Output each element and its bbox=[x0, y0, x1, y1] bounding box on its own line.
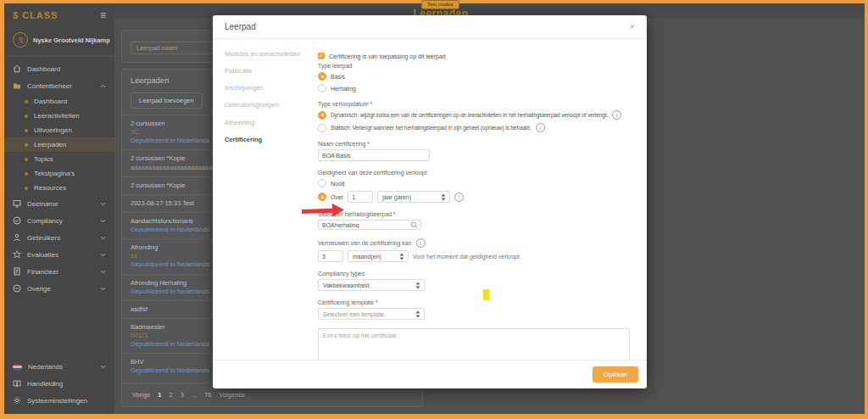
vernieuwen-eenheid-select[interactable]: maand(en) bbox=[348, 250, 409, 262]
certificering-template-value: Selecteer een template bbox=[323, 311, 384, 317]
sidebar-subitem-topics[interactable]: Topics bbox=[4, 152, 114, 166]
radio-herhaling[interactable] bbox=[318, 84, 326, 92]
sidebar-subitem-resources[interactable]: Resources bbox=[4, 181, 114, 195]
sidebar-item-label: Systeeminstellingen bbox=[27, 397, 87, 405]
sidebar-item-contentbeheer[interactable]: Contentbeheer bbox=[4, 77, 114, 94]
sidebar-item-gebruikers[interactable]: Gebruikers bbox=[4, 229, 114, 246]
herhalingsleerpad-input[interactable] bbox=[318, 220, 421, 230]
radio-dynamisch[interactable] bbox=[318, 111, 326, 120]
naam-certificering-input[interactable] bbox=[318, 149, 430, 161]
radio-nooit[interactable] bbox=[318, 179, 326, 187]
modal-nav-certificering[interactable]: Certificering bbox=[225, 136, 313, 144]
sidebar-item-evaluaties[interactable]: Evaluaties bbox=[4, 246, 114, 263]
geldigheid-label: Geldigheid van deze certificering verloo… bbox=[318, 170, 633, 176]
sidebar-item-deelname[interactable]: Deelname bbox=[4, 195, 114, 212]
circle-dash-icon bbox=[13, 284, 21, 293]
over-eenheid-select[interactable]: jaar (jaren) bbox=[377, 191, 450, 203]
sidebar-subitem-tekstpaginas[interactable]: Tekstpagina's bbox=[4, 166, 114, 181]
sidebar-item-label: Overige bbox=[27, 285, 51, 293]
avatar-icon bbox=[13, 32, 28, 47]
verloopdatum-label: Type verloopdatum * bbox=[318, 101, 633, 107]
pagination-page-2[interactable]: 2 bbox=[169, 391, 172, 399]
modal-nav-afbeelding[interactable]: Afbeelding bbox=[225, 119, 313, 127]
sidebar-item-handleiding[interactable]: Handleiding bbox=[4, 375, 114, 392]
pagination-page-1[interactable]: 1 bbox=[158, 391, 161, 399]
sidebar-item-label: Financieel bbox=[27, 268, 58, 276]
bullet-icon bbox=[25, 129, 28, 132]
chevron-down-icon bbox=[100, 365, 106, 369]
info-icon[interactable] bbox=[536, 123, 545, 132]
certificering-form: Certificering is van toepassing op dit l… bbox=[313, 39, 647, 360]
class-logo-icon bbox=[13, 10, 19, 20]
modal-nav: Modules en leeractiviteiten Publicatie I… bbox=[213, 39, 313, 360]
sidebar-item-compliancy[interactable]: Compliancy bbox=[4, 212, 114, 229]
sidebar-subitem-leerpaden[interactable]: Leerpaden bbox=[4, 137, 114, 152]
home-icon bbox=[13, 64, 21, 73]
sidebar-item-label: Handleiding bbox=[27, 380, 63, 388]
certificering-checkbox[interactable] bbox=[318, 53, 325, 59]
user-profile[interactable]: Nyske Grootveld Nijkamp bbox=[4, 25, 114, 57]
radio-over-label: Over bbox=[331, 194, 343, 200]
compliancy-types-select[interactable]: Vakbekwaamheid bbox=[318, 279, 425, 291]
modal-nav-modules[interactable]: Modules en leeractiviteiten bbox=[225, 50, 313, 59]
sidebar-item-label: Contentbeheer bbox=[27, 82, 72, 90]
sidebar-subitem-label: Resources bbox=[34, 184, 66, 192]
info-icon[interactable] bbox=[454, 193, 464, 202]
folder-icon bbox=[13, 81, 21, 90]
sidebar-item-label: Evaluaties bbox=[27, 251, 58, 259]
sidebar-nav: Dashboard Contentbeheer Dashboard Leerac… bbox=[4, 57, 114, 297]
chevron-down-icon bbox=[100, 202, 106, 206]
over-eenheid-value: jaar (jaren) bbox=[382, 194, 411, 200]
pagination-next[interactable]: Volgende bbox=[219, 391, 245, 399]
sidebar-item-dashboard[interactable]: Dashboard bbox=[4, 60, 114, 77]
certificering-template-select[interactable]: Selecteer een template bbox=[318, 308, 425, 320]
hamburger-menu-icon[interactable] bbox=[100, 9, 106, 21]
radio-basis[interactable] bbox=[318, 72, 326, 81]
sidebar-subitem-label: Uitvoeringen bbox=[34, 126, 72, 134]
sidebar-item-overige[interactable]: Overige bbox=[4, 280, 114, 297]
chevron-down-icon bbox=[100, 236, 106, 240]
sidebar-subitem-leeractiviteiten[interactable]: Leeractiviteiten bbox=[4, 109, 114, 123]
pagination-page-76[interactable]: 76 bbox=[204, 391, 211, 399]
test-mode-badge: Test modus bbox=[421, 0, 459, 9]
extra-tekst-textarea[interactable] bbox=[318, 328, 630, 360]
page-frame: Test modus CLASS Nyske Grootveld Nijkamp bbox=[0, 0, 868, 419]
close-icon[interactable]: × bbox=[630, 22, 635, 31]
sidebar-subitem-label: Topics bbox=[34, 155, 53, 163]
vernieuwen-aantal-input[interactable] bbox=[318, 250, 343, 262]
radio-over[interactable] bbox=[318, 193, 326, 201]
language-selector[interactable]: Nederlands bbox=[4, 359, 114, 375]
info-icon[interactable] bbox=[416, 238, 426, 248]
sidebar-item-financieel[interactable]: Financieel bbox=[4, 263, 114, 280]
over-aantal-input[interactable] bbox=[348, 191, 373, 203]
sidebar-item-label: Deelname bbox=[27, 200, 58, 208]
chevron-down-icon bbox=[100, 253, 106, 257]
user-name: Nyske Grootveld Nijkamp bbox=[33, 36, 110, 44]
radio-statisch[interactable] bbox=[318, 124, 326, 132]
pagination-page-3[interactable]: 3 bbox=[181, 391, 184, 399]
select-stepper-icon bbox=[441, 193, 446, 201]
info-icon[interactable] bbox=[612, 110, 621, 120]
modal-nav-gebruikersgroepen[interactable]: Gebruikersgroepen bbox=[225, 101, 313, 109]
sidebar-subitem-uitvoeringen[interactable]: Uitvoeringen bbox=[4, 123, 114, 137]
radio-herhaling-label: Herhaling bbox=[331, 86, 356, 92]
sidebar-item-systeeminstellingen[interactable]: Systeeminstellingen bbox=[4, 392, 114, 409]
pagination-prev[interactable]: Vorige bbox=[132, 391, 150, 399]
chevron-down-icon bbox=[100, 287, 106, 291]
modal-footer: Opslaan bbox=[213, 360, 647, 388]
netherlands-flag-icon bbox=[13, 364, 22, 371]
compliancy-types-label: Compliancy types bbox=[318, 271, 633, 277]
modal-nav-inschrijvingen[interactable]: Inschrijvingen bbox=[225, 84, 313, 92]
checkbox-label: Certificering is van toepassing op dit l… bbox=[329, 53, 446, 59]
language-label: Nederlands bbox=[28, 363, 63, 371]
add-leerpad-button[interactable]: Leerpad toevoegen bbox=[131, 92, 203, 109]
bullet-icon bbox=[25, 187, 28, 190]
check-circle-icon bbox=[13, 216, 21, 225]
save-button[interactable]: Opslaan bbox=[593, 366, 638, 383]
sidebar-subitem-dashboard[interactable]: Dashboard bbox=[4, 94, 114, 109]
radio-basis-label: Basis bbox=[331, 74, 345, 80]
compliancy-types-value: Vakbekwaamheid bbox=[323, 282, 370, 288]
radio-nooit-label: Nooit bbox=[331, 181, 344, 187]
chevron-down-icon bbox=[100, 270, 106, 274]
modal-nav-publicatie[interactable]: Publicatie bbox=[225, 67, 313, 75]
